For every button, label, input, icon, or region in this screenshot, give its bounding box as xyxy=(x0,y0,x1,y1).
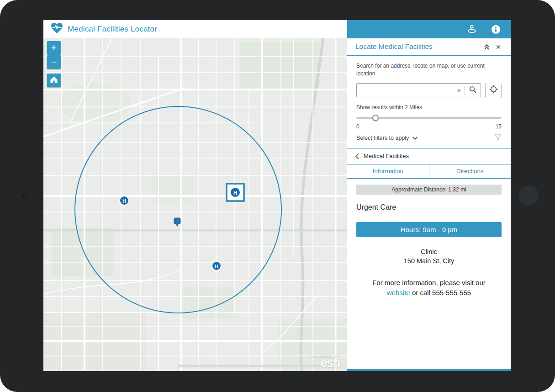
facility-type: Clinic xyxy=(356,247,502,257)
svg-text:H: H xyxy=(233,190,237,196)
collapse-panel-button[interactable] xyxy=(481,41,492,52)
app-title: Medical Facilities Locator xyxy=(68,25,157,34)
facility-summary: Clinic 150 Main St, City xyxy=(356,247,502,266)
search-input[interactable] xyxy=(357,84,453,97)
app-window: Medical Facilities Locator xyxy=(43,20,511,371)
info-suffix: or call 555-555-555 xyxy=(412,289,471,297)
back-button[interactable] xyxy=(354,153,359,160)
search-row: × xyxy=(356,83,502,98)
filters-label: Select filters to apply xyxy=(356,135,409,141)
breadcrumb: Medical Facilities xyxy=(347,148,511,164)
selected-hospital-marker[interactable]: H xyxy=(227,184,244,201)
filter-funnel-icon[interactable] xyxy=(494,134,502,143)
esri-logo: POWERED BY esri xyxy=(311,355,340,368)
search-section: Search for an address, locate on map, or… xyxy=(347,56,511,148)
hospital-marker[interactable]: H xyxy=(120,196,129,205)
facility-details: Approximate Distance: 1.32 mi Urgent Car… xyxy=(347,179,511,298)
facility-name: Urgent Care xyxy=(356,203,502,215)
close-panel-button[interactable]: × xyxy=(492,41,504,52)
website-link[interactable]: website xyxy=(387,289,410,297)
slider-minmax: 0 15 xyxy=(356,123,502,130)
home-extent-button[interactable] xyxy=(47,74,61,87)
search-hint: Search for an address, locate on map, or… xyxy=(356,62,493,78)
tablet-home-button xyxy=(518,185,539,206)
slider-handle[interactable] xyxy=(372,115,379,121)
info-prefix: For more information, please visit our xyxy=(372,279,486,286)
approximate-distance: Approximate Distance: 1.32 mi xyxy=(356,185,502,195)
tab-directions[interactable]: Directions xyxy=(429,164,511,178)
app-header: Medical Facilities Locator xyxy=(43,20,511,38)
facility-info: For more information, please visit our w… xyxy=(360,278,498,298)
heart-pulse-logo-icon xyxy=(51,22,63,36)
crosshair-gps-icon xyxy=(489,85,498,95)
radius-label: Show results within 2 Miles xyxy=(356,104,502,111)
facility-address: 150 Main St, City xyxy=(356,256,502,266)
tabs: Information Directions xyxy=(347,164,511,179)
info-icon[interactable] xyxy=(490,23,502,35)
svg-text:H: H xyxy=(215,264,218,269)
search-box: × xyxy=(356,83,481,97)
breadcrumb-label: Medical Facilities xyxy=(364,153,409,159)
powered-by-label: POWERED BY xyxy=(311,355,340,358)
panel-header: Locate Medical Facilities × xyxy=(347,38,511,56)
clear-search-icon[interactable]: × xyxy=(453,86,465,94)
radius-slider[interactable] xyxy=(356,115,502,121)
tab-information[interactable]: Information xyxy=(347,164,429,178)
filters-toggle[interactable]: Select filters to apply xyxy=(356,134,418,142)
zoom-out-button[interactable]: − xyxy=(47,55,61,69)
esri-brand-label: esri xyxy=(311,358,340,368)
panel-title: Locate Medical Facilities xyxy=(355,42,481,51)
zoom-in-button[interactable]: + xyxy=(47,41,61,55)
hospital-marker[interactable]: H xyxy=(212,261,221,270)
header-left: Medical Facilities Locator xyxy=(43,20,347,38)
locator-layers-icon[interactable] xyxy=(466,23,478,35)
slider-max-label: 15 xyxy=(496,123,502,130)
magnifier-icon xyxy=(469,86,476,95)
scale-bar xyxy=(178,365,320,367)
side-panel: Locate Medical Facilities × Search for a… xyxy=(347,38,511,371)
home-icon xyxy=(50,75,58,85)
filters-row: Select filters to apply xyxy=(356,134,502,143)
tablet-camera-dot xyxy=(22,194,26,197)
header-toolbar xyxy=(347,20,511,38)
basemap: H H H xyxy=(43,38,347,371)
svg-text:H: H xyxy=(122,198,126,204)
hours-button[interactable]: Hours: 9am - 9 pm xyxy=(356,222,502,237)
search-button[interactable] xyxy=(465,84,481,97)
use-current-location-button[interactable] xyxy=(485,83,502,98)
map[interactable]: H H H + − xyxy=(43,38,347,371)
tablet-frame: Medical Facilities Locator xyxy=(0,0,555,392)
chevron-down-icon xyxy=(412,134,418,142)
slider-min-label: 0 xyxy=(356,123,359,130)
